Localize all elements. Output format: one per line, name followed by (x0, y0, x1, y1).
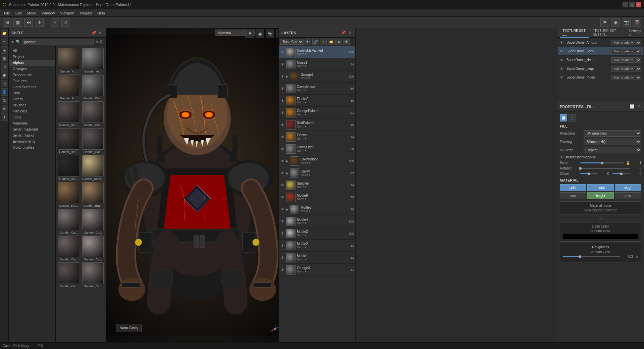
mat-btn-height[interactable]: height (587, 192, 614, 199)
layer-item[interactable]: 👁CavityLightNorm ▾28 (279, 143, 355, 155)
tsl-visibility-icon[interactable]: 👁 (560, 41, 565, 45)
texture-set-row[interactable]: 👁SuperDrone_PipesMain shader ▾ (558, 73, 643, 82)
shelf-search-input[interactable] (22, 39, 94, 45)
shelf-item[interactable]: Gander_Bar... (82, 101, 105, 127)
texture-set-row[interactable]: 👁SuperDrone_LegsMain shader ▾ (558, 64, 643, 73)
layer-visibility-toggle[interactable]: 👁 (280, 231, 285, 236)
projection-select[interactable]: UV projection (584, 130, 641, 137)
menu-help[interactable]: Help (95, 10, 108, 16)
offset-thumb-x[interactable] (588, 172, 590, 175)
layer-item[interactable]: 👁SpeckleNorm ▾14 (279, 179, 355, 191)
shelf-item[interactable]: Gander_Bra... (82, 182, 105, 207)
offset-slider-x[interactable] (580, 173, 598, 174)
transform-button[interactable]: ✛ (35, 18, 44, 27)
layers-pin-button[interactable]: 📌 (341, 30, 346, 36)
layers-close-button[interactable]: ✕ (347, 30, 353, 36)
layer-visibility-toggle[interactable]: 👁 (280, 110, 285, 115)
geometry-tool[interactable]: ⬟ (1, 71, 8, 79)
minimize-button[interactable]: ─ (623, 2, 628, 7)
menu-file[interactable]: File (1, 10, 13, 16)
refresh-button[interactable]: ↺ (61, 18, 70, 27)
shelf-item[interactable]: Gander_Bone... (82, 155, 105, 181)
tsl-visibility-icon[interactable]: 👁 (560, 58, 565, 62)
layer-visibility-toggle[interactable]: 👁 (280, 74, 285, 79)
layer-item[interactable]: 👁RedPaintedNorm ▾15 (279, 119, 355, 131)
roughness-thumb[interactable] (579, 255, 581, 258)
skip-button[interactable]: ⏭ (24, 18, 33, 27)
shelf-item[interactable]: Gander_Ca... (57, 236, 80, 261)
texture-set-row[interactable]: 👁SuperDrone_HeadMain shader ▾ (558, 56, 643, 64)
blend-mode-select[interactable]: Base Cok ▾ (280, 39, 304, 45)
menu-edit[interactable]: Edit (13, 10, 24, 16)
texture-set-row[interactable]: 👁SuperDrone_ArmourMain shader ▾ (558, 38, 643, 47)
maximize-button[interactable]: □ (629, 2, 635, 7)
camera-button[interactable]: 📷 (622, 18, 631, 27)
shelf-item[interactable]: Gander_Ar... (57, 74, 80, 100)
layer-visibility-toggle[interactable]: 👁 (280, 50, 285, 55)
menu-mode[interactable]: Mode (24, 10, 39, 16)
shelf-nav-smart-masks[interactable]: Smart masks (9, 132, 55, 138)
layer-visibility-toggle[interactable]: 👁 (280, 122, 285, 127)
layer-link-btn[interactable]: 🔗 (312, 39, 319, 45)
layer-item[interactable]: 👁HighlightsPaintedNorm ▾100 (279, 46, 355, 58)
tsl-visibility-icon[interactable]: 👁 (560, 67, 565, 71)
shelf-nav-skin[interactable]: Skin (9, 90, 55, 96)
layer-visibility-toggle[interactable]: 👁 (280, 171, 285, 176)
layer-expand-icon[interactable]: ▶ (286, 171, 288, 175)
rotation-slider[interactable] (580, 168, 630, 169)
tsl-visibility-icon[interactable]: 👁 (560, 49, 565, 53)
grid-button[interactable]: ⊞ (3, 18, 11, 27)
shelf-item[interactable]: Gander_Bra... (57, 182, 80, 207)
layer-item[interactable]: 👁OrangePaintedNorm ▾91 (279, 107, 355, 119)
close-button[interactable]: ✕ (636, 2, 641, 7)
viewport-render-btn[interactable]: ◉ (256, 30, 264, 38)
roughness-slider[interactable] (563, 256, 620, 257)
layer-tool[interactable]: ⧉ (1, 97, 8, 104)
layer-visibility-toggle[interactable]: 👁 (280, 243, 285, 248)
tsl-settings[interactable]: Settings ▾ (629, 29, 641, 37)
shelf-item[interactable]: Gander_Bar... (57, 128, 80, 154)
shelf-nav-brushes[interactable]: Brushes (9, 102, 55, 108)
shelf-nav-particles[interactable]: Particles (9, 108, 55, 114)
layer-item[interactable]: 👁FlecksNorm ▾14 (279, 131, 355, 143)
layer-expand-icon[interactable]: ▶ (286, 75, 288, 78)
layer-item[interactable]: 👁Mottle1Norm ▾13 (279, 252, 355, 264)
mat-btn-metal[interactable]: metal (587, 184, 614, 191)
shelf-nav-project[interactable]: Project (9, 54, 55, 60)
snapshot-button[interactable]: 🎬 (633, 18, 641, 27)
shelf-grid-toggle[interactable]: ⊞ (100, 39, 104, 44)
shelf-nav-all[interactable]: All (9, 48, 55, 54)
uv-transform-header[interactable]: ▼ UV transformations (560, 155, 641, 159)
user-tool[interactable]: 👤 (1, 88, 8, 96)
shelf-item[interactable]: Gander_Ar... (57, 48, 80, 73)
shelf-item[interactable]: Gander_Ar... (82, 48, 105, 73)
menu-viewport[interactable]: Viewport (57, 10, 77, 16)
settings-tool[interactable]: ⚙ (1, 105, 8, 112)
rotation-thumb[interactable] (579, 167, 582, 170)
tsl-shader-select[interactable]: Main shader ▾ (611, 57, 641, 63)
tsl-shader-select[interactable]: Main shader ▾ (611, 66, 641, 71)
shelf-nav-textures[interactable]: Textures (9, 78, 55, 84)
layer-item[interactable]: 👁▶CavityNorm ▾32 (279, 167, 355, 179)
layer-add-btn[interactable]: + (320, 39, 327, 45)
shelf-item[interactable]: Gander_Ca... (82, 236, 105, 261)
layer-item[interactable]: 👁Flecks2Norm ▾36 (279, 95, 355, 107)
layer-item[interactable]: 👁Noise1Norm ▾34 (279, 58, 355, 70)
layer-visibility-toggle[interactable]: 👁 (280, 183, 285, 188)
shelf-close-button[interactable]: ✕ (98, 30, 103, 36)
shelf-nav-grunges[interactable]: Grunges (9, 66, 55, 72)
tsl-shader-select[interactable]: Main shader ▾ (611, 49, 641, 54)
tsl-shader-select[interactable]: Main shader ▾ (611, 40, 641, 45)
shelf-nav-hard-surfaces[interactable]: Hard Surfaces (9, 84, 55, 90)
menu-plugins[interactable]: Plugins (77, 10, 95, 16)
fill-tool[interactable]: ▣ (1, 55, 8, 62)
layer-visibility-toggle[interactable]: 👁 (280, 86, 285, 91)
offset-thumb-y[interactable] (620, 172, 623, 175)
folder-tool[interactable]: 📁 (1, 30, 8, 37)
erase-tool[interactable]: ⬡ (1, 63, 8, 70)
layer-item[interactable]: 👁Mottle6Norm ▾39 (279, 191, 355, 203)
layer-expand-icon[interactable]: ▶ (286, 208, 288, 211)
layer-item[interactable]: 👁Mottle4Norm ▾100 (279, 215, 355, 228)
info-tool[interactable]: ℹ (1, 113, 8, 121)
layout-button[interactable]: ▦ (13, 18, 22, 27)
